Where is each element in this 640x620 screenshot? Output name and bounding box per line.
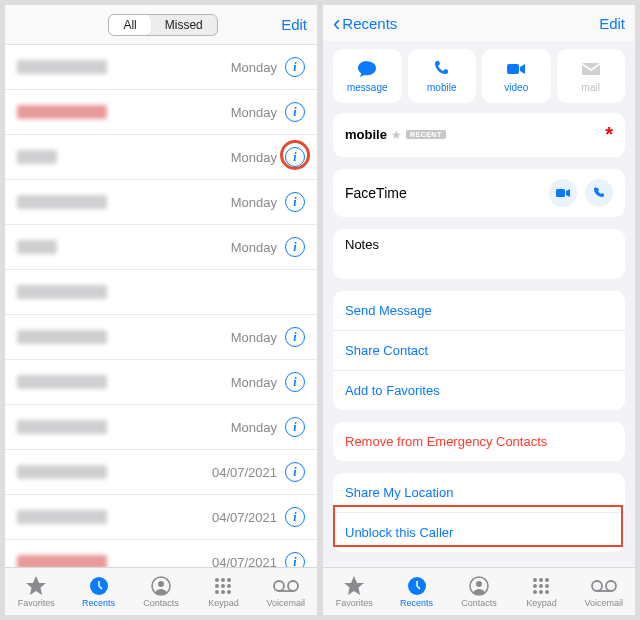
share-contact-link[interactable]: Share Contact xyxy=(333,331,625,371)
tab-bar: FavoritesRecentsContactsKeypadVoicemail xyxy=(5,567,317,615)
tab-label: Recents xyxy=(400,598,433,608)
call-row[interactable]: Mondayi xyxy=(5,90,317,135)
contacts-icon xyxy=(151,575,171,597)
remove-emergency-link[interactable]: Remove from Emergency Contacts xyxy=(333,422,625,461)
svg-rect-15 xyxy=(507,64,519,74)
svg-point-5 xyxy=(227,578,231,582)
facetime-label: FaceTime xyxy=(345,185,407,201)
recents-list-screen: All Missed Edit MondayiMondayiMondayiMon… xyxy=(5,5,317,615)
recents-icon xyxy=(89,575,109,597)
keypad-icon xyxy=(213,575,233,597)
svg-point-4 xyxy=(221,578,225,582)
info-icon[interactable]: i xyxy=(285,372,305,392)
action-message[interactable]: message xyxy=(333,49,402,103)
tab-favorites[interactable]: Favorites xyxy=(5,568,67,615)
tab-contacts[interactable]: Contacts xyxy=(130,568,192,615)
call-time: Monday xyxy=(231,150,277,165)
info-icon[interactable]: i xyxy=(285,417,305,437)
tab-keypad[interactable]: Keypad xyxy=(192,568,254,615)
call-row[interactable]: 04/07/2021i xyxy=(5,540,317,567)
segment-all[interactable]: All xyxy=(109,15,150,35)
tab-label: Contacts xyxy=(461,598,497,608)
action-mobile[interactable]: mobile xyxy=(408,49,477,103)
info-icon[interactable]: i xyxy=(285,147,305,167)
facetime-section: FaceTime xyxy=(333,169,625,217)
svg-point-25 xyxy=(539,584,543,588)
tab-keypad[interactable]: Keypad xyxy=(510,568,572,615)
info-icon[interactable]: i xyxy=(285,462,305,482)
caller-name-blur xyxy=(17,150,57,164)
voicemail-icon xyxy=(591,575,617,597)
info-icon[interactable]: i xyxy=(285,327,305,347)
tab-favorites[interactable]: Favorites xyxy=(323,568,385,615)
info-icon[interactable]: i xyxy=(285,507,305,527)
facetime-video-button[interactable] xyxy=(549,179,577,207)
action-label: message xyxy=(347,82,388,93)
svg-point-12 xyxy=(274,581,284,591)
call-row[interactable]: 04/07/2021i xyxy=(5,450,317,495)
add-favorites-link[interactable]: Add to Favorites xyxy=(333,371,625,410)
action-label: mobile xyxy=(427,82,456,93)
info-icon[interactable]: i xyxy=(285,237,305,257)
caller-name-blur xyxy=(17,465,107,479)
tab-label: Keypad xyxy=(526,598,557,608)
star-icon: ★ xyxy=(391,128,402,142)
svg-point-9 xyxy=(215,590,219,594)
call-row[interactable]: Mondayi xyxy=(5,405,317,450)
svg-point-28 xyxy=(539,590,543,594)
call-row[interactable]: Mondayi xyxy=(5,315,317,360)
voicemail-icon xyxy=(273,575,299,597)
info-icon[interactable]: i xyxy=(285,102,305,122)
caller-name-blur xyxy=(17,60,107,74)
info-icon[interactable]: i xyxy=(285,552,305,567)
svg-point-24 xyxy=(533,584,537,588)
info-icon[interactable]: i xyxy=(285,57,305,77)
send-message-link[interactable]: Send Message xyxy=(333,291,625,331)
svg-point-2 xyxy=(158,581,164,587)
action-mail: mail xyxy=(557,49,626,103)
svg-point-30 xyxy=(592,581,602,591)
tab-label: Voicemail xyxy=(267,598,306,608)
share-location-link[interactable]: Share My Location xyxy=(333,473,625,513)
recent-badge: RECENT xyxy=(406,130,446,139)
segment-missed[interactable]: Missed xyxy=(151,15,217,35)
call-row[interactable]: Mondayi xyxy=(5,180,317,225)
action-label: mail xyxy=(582,82,600,93)
call-row[interactable]: Mondayi xyxy=(5,45,317,90)
back-button[interactable]: Recents xyxy=(333,15,397,32)
tab-recents[interactable]: Recents xyxy=(385,568,447,615)
tab-label: Favorites xyxy=(18,598,55,608)
svg-point-22 xyxy=(539,578,543,582)
call-row[interactable]: Mondayi xyxy=(5,135,317,180)
call-row[interactable]: 04/07/2021i xyxy=(5,495,317,540)
notes-section[interactable]: Notes xyxy=(333,229,625,279)
action-video[interactable]: video xyxy=(482,49,551,103)
unblock-caller-link[interactable]: Unblock this Caller xyxy=(333,513,625,552)
info-icon[interactable]: i xyxy=(285,192,305,212)
edit-button[interactable]: Edit xyxy=(281,16,307,33)
svg-point-7 xyxy=(221,584,225,588)
call-time: 04/07/2021 xyxy=(212,510,277,525)
list-header: All Missed Edit xyxy=(5,5,317,45)
tab-voicemail[interactable]: Voicemail xyxy=(573,568,635,615)
tab-recents[interactable]: Recents xyxy=(67,568,129,615)
edit-button[interactable]: Edit xyxy=(599,15,625,32)
svg-point-13 xyxy=(288,581,298,591)
call-time: Monday xyxy=(231,375,277,390)
mobile-section[interactable]: mobile ★ RECENT * xyxy=(333,113,625,157)
segmented-control[interactable]: All Missed xyxy=(108,14,217,36)
call-time: Monday xyxy=(231,330,277,345)
quick-actions: message mobile video mail xyxy=(323,41,635,113)
facetime-audio-button[interactable] xyxy=(585,179,613,207)
call-row[interactable]: Mondayi xyxy=(5,225,317,270)
tab-voicemail[interactable]: Voicemail xyxy=(255,568,317,615)
call-row[interactable]: Mondayi xyxy=(5,360,317,405)
keypad-icon xyxy=(531,575,551,597)
detail-body: message mobile video mail xyxy=(323,41,635,567)
caller-name-blur xyxy=(17,555,107,567)
tab-label: Keypad xyxy=(208,598,239,608)
tab-label: Recents xyxy=(82,598,115,608)
call-row[interactable] xyxy=(5,270,317,315)
svg-point-29 xyxy=(545,590,549,594)
tab-contacts[interactable]: Contacts xyxy=(448,568,510,615)
